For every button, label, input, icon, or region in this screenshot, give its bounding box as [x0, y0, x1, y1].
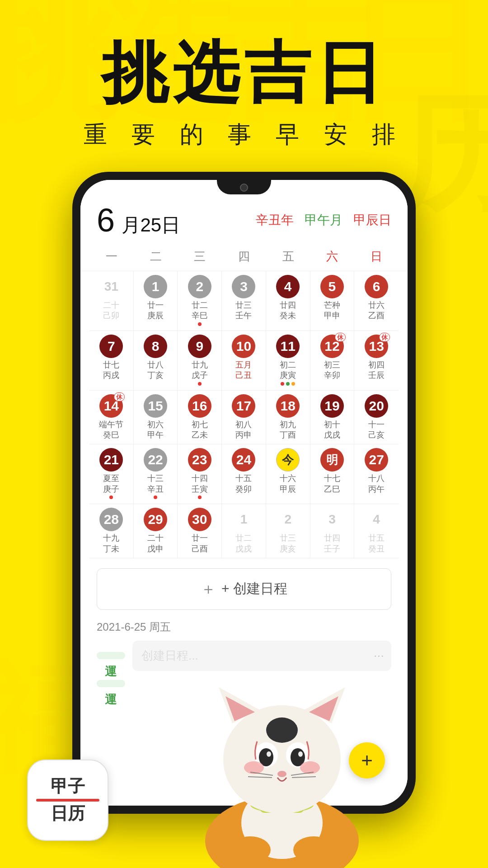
day-header-tue: 二	[134, 245, 178, 268]
calendar-cell-28[interactable]: 28十九 丁未	[89, 504, 134, 558]
lunar-text: 廿一 己酉	[192, 533, 208, 554]
lunar-text: 初九 丁酉	[280, 420, 296, 441]
calendar-cell-12[interactable]: 12休初三 辛卯	[310, 331, 355, 391]
lunar-text: 二十 己卯	[103, 300, 119, 321]
calendar-lunar: 辛丑年 甲午月 甲辰日	[249, 212, 391, 229]
svg-point-23	[230, 836, 271, 863]
day-number: 28	[99, 508, 123, 531]
lunar-text: 初六 甲午	[147, 420, 164, 441]
lunar-text: 廿七 丙戌	[103, 360, 119, 381]
calendar-cell-6[interactable]: 6廿六 乙酉	[354, 271, 399, 331]
day-header-mon: 一	[89, 245, 134, 268]
calendar-cell-34[interactable]: 4廿五 癸丑	[354, 504, 399, 558]
lunar-text: 廿三 壬午	[235, 300, 252, 321]
date-suffix: 月25日	[122, 214, 181, 236]
calendar-cell-17[interactable]: 17初八 丙申	[222, 391, 266, 445]
calendar-cell-27[interactable]: 27十八 丙午	[354, 444, 399, 504]
calendar-cell-23[interactable]: 23十四 壬寅	[178, 444, 222, 504]
calendar-cell-7[interactable]: 7廿七 丙戌	[89, 331, 134, 391]
event-dot	[198, 495, 202, 499]
holiday-badge: 休	[335, 333, 346, 342]
lunar-day: 甲辰日	[353, 213, 391, 227]
event-dot	[154, 495, 157, 499]
lunar-text: 五月 己丑	[235, 360, 252, 381]
calendar-cell-18[interactable]: 18初九 丁酉	[266, 391, 310, 445]
day-number: 23	[188, 448, 211, 472]
calendar-cell-14[interactable]: 14休端午节 癸巳	[89, 391, 134, 445]
lunar-text: 十五 癸卯	[235, 473, 252, 495]
day-number: 6	[365, 275, 388, 298]
day-number: 12休	[320, 335, 344, 358]
day-number: 明	[320, 448, 344, 472]
calendar-cell-1[interactable]: 1廿一 庚辰	[134, 271, 178, 331]
calendar-cell-11[interactable]: 11初二 庚寅	[266, 331, 310, 391]
phone-notch	[217, 180, 271, 194]
calendar-cell-30[interactable]: 30廿一 己酉	[178, 504, 222, 558]
svg-point-15	[298, 751, 303, 757]
day-number: 22	[144, 448, 167, 472]
calendar-cell-4[interactable]: 4廿四 癸未	[266, 271, 310, 331]
calendar-cell-15[interactable]: 15初六 甲午	[134, 391, 178, 445]
calendar-cell-25[interactable]: 今十六 甲辰	[266, 444, 310, 504]
lunar-text: 廿六 乙酉	[368, 300, 385, 321]
calendar-cell-13[interactable]: 13休初四 壬辰	[354, 331, 399, 391]
lunar-text: 廿一 庚辰	[147, 300, 164, 321]
day-number: 8	[144, 335, 167, 358]
lunar-text: 初十 戊戌	[324, 420, 340, 441]
calendar-cell-24[interactable]: 24十五 癸卯	[222, 444, 266, 504]
calendar-cell-32[interactable]: 2廿三 庚亥	[266, 504, 310, 558]
day-number: 1	[232, 508, 255, 531]
day-number: 1	[144, 275, 167, 298]
lunar-text: 十一 己亥	[368, 420, 385, 441]
holiday-badge: 休	[379, 333, 390, 342]
title-area: 挑选吉日 重 要 的 事 早 安 排	[0, 0, 488, 151]
calendar-cell-31[interactable]: 1廿二 戊戌	[222, 504, 266, 558]
day-number: 30	[188, 508, 211, 531]
calendar-grid[interactable]: 31二十 己卯1廿一 庚辰2廿二 辛巳3廿三 壬午4廿四 癸未5芒种 甲申6廿六…	[80, 271, 408, 558]
day-number: 5	[320, 275, 344, 298]
calendar-cell-26[interactable]: 明十七 乙巳	[310, 444, 355, 504]
calendar-cell-0[interactable]: 31二十 己卯	[89, 271, 134, 331]
day-number: 7	[99, 335, 123, 358]
event-dot-single	[198, 382, 202, 387]
calendar-cell-21[interactable]: 21夏至 庚子	[89, 444, 134, 504]
app-icon-text-2: 日历	[51, 804, 85, 823]
calendar-cell-3[interactable]: 3廿三 壬午	[222, 271, 266, 331]
day-number: 18	[276, 394, 300, 418]
event-dot-single	[154, 495, 157, 500]
event-dot	[198, 382, 202, 386]
day-number: 3	[320, 508, 344, 531]
calendar-cell-8[interactable]: 8廿八 丁亥	[134, 331, 178, 391]
lunar-text: 廿五 癸丑	[368, 533, 385, 554]
day-number: 16	[188, 394, 211, 418]
event-dot	[291, 382, 295, 386]
day-header-sat: 六	[310, 245, 355, 268]
svg-point-9	[266, 717, 298, 743]
event-dot	[109, 495, 113, 499]
event-dot-single	[198, 322, 202, 327]
phone-camera	[240, 184, 248, 192]
calendar-cell-16[interactable]: 16初七 乙未	[178, 391, 222, 445]
day-number: 21	[99, 448, 123, 472]
calendar-cell-33[interactable]: 3廿四 壬子	[310, 504, 355, 558]
event-dot	[198, 322, 202, 326]
create-schedule-button[interactable]: ＋ + 创建日程	[97, 568, 391, 610]
calendar-cell-20[interactable]: 20十一 己亥	[354, 391, 399, 445]
calendar-cell-19[interactable]: 19初十 戊戌	[310, 391, 355, 445]
app-icon-text-1: 甲子	[51, 777, 85, 796]
svg-point-17	[300, 761, 320, 774]
sub-title: 重 要 的 事 早 安 排	[0, 119, 488, 151]
lunar-text: 廿四 壬子	[324, 533, 340, 554]
day-number: 2	[188, 275, 211, 298]
calendar-cell-10[interactable]: 10五月 己丑	[222, 331, 266, 391]
calendar-cell-9[interactable]: 9廿九 戊子	[178, 331, 222, 391]
day-number: 15	[144, 394, 167, 418]
event-dot	[281, 382, 284, 386]
calendar-cell-5[interactable]: 5芒种 甲申	[310, 271, 355, 331]
day-header-sun: 日	[354, 245, 399, 268]
calendar-cell-29[interactable]: 29二十 戊申	[134, 504, 178, 558]
calendar-cell-22[interactable]: 22十三 辛丑	[134, 444, 178, 504]
svg-point-18	[277, 771, 286, 777]
day-number: 3	[232, 275, 255, 298]
calendar-cell-2[interactable]: 2廿二 辛巳	[178, 271, 222, 331]
